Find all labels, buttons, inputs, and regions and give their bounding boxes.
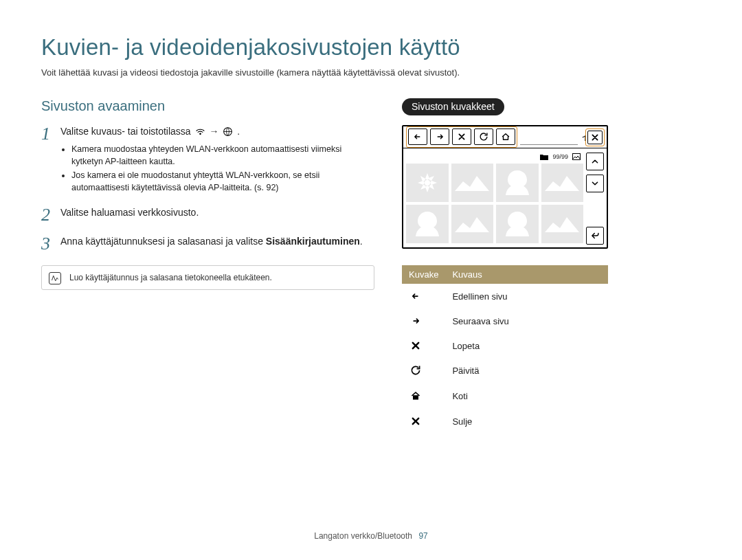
footer-section: Langaton verkko/Bluetooth: [314, 531, 412, 541]
icon-table: Kuvake Kuvaus Edellinen sivu Seuraava si…: [402, 265, 608, 434]
table-row: Seuraava sivu: [402, 309, 608, 333]
row-label: Lopeta: [445, 333, 608, 358]
camera-screen-diagram: 99/99: [402, 125, 608, 249]
refresh-icon: [409, 363, 423, 377]
svg-point-6: [425, 180, 430, 186]
row-label: Päivitä: [445, 358, 608, 383]
note-box: Luo käyttäjätunnus ja salasana tietokone…: [41, 265, 374, 290]
arrow-text: →: [209, 126, 218, 137]
url-bar: [520, 130, 578, 145]
footer-page: 97: [418, 531, 427, 541]
step-1-text: Valitse kuvaus- tai toistotilassa: [60, 126, 194, 137]
intro-text: Voit lähettää kuvasi ja videosi tiedosto…: [41, 67, 701, 78]
right-column: Sivuston kuvakkeet: [402, 98, 701, 434]
page-counter: 99/99: [552, 153, 568, 160]
thumbnail-grid: [406, 162, 583, 245]
th-icon: Kuvake: [402, 265, 445, 284]
thumbnail: [496, 205, 539, 243]
folder-icon: [540, 153, 548, 161]
row-label: Sulje: [445, 409, 608, 434]
toolbar-group: [406, 126, 517, 148]
svg-rect-5: [573, 154, 581, 160]
subhead-open-site: Sivuston avaaminen: [41, 98, 374, 114]
arrow-left-icon: [409, 289, 423, 303]
thumbnail: [451, 205, 494, 243]
table-row: Sulje: [402, 409, 608, 434]
row-label: Seuraava sivu: [445, 309, 608, 333]
period: .: [237, 126, 240, 137]
table-row: Lopeta: [402, 333, 608, 358]
step-1: 1 Valitse kuvaus- tai toistotilassa →: [41, 125, 374, 195]
x-icon: [409, 339, 423, 352]
period: .: [360, 236, 363, 247]
thumbnail: [496, 164, 539, 202]
step-3-bold: Sisäänkirjautuminen: [266, 236, 360, 247]
stop-button[interactable]: [452, 128, 471, 145]
close-button[interactable]: [585, 128, 605, 146]
wifi-icon: [195, 126, 205, 137]
step-2-text: Valitse haluamasi verkkosivusto.: [60, 206, 374, 220]
globe-icon: [223, 126, 233, 137]
step-number: 3: [41, 235, 60, 253]
back-button[interactable]: [586, 227, 604, 245]
next-page-button[interactable]: [430, 128, 449, 145]
page-title: Kuvien- ja videoidenjakosivustojen käytt…: [41, 34, 701, 60]
bullet: Jos kamera ei ole muodostanut yhteyttä W…: [71, 169, 374, 194]
step-2: 2 Valitse haluamasi verkkosivusto.: [41, 206, 374, 224]
thumbnail: [541, 164, 584, 202]
svg-point-0: [199, 133, 201, 135]
bullet: Kamera muodostaa yhteyden WLAN-verkkoon …: [71, 143, 374, 168]
x-icon: [409, 414, 423, 428]
step-number: 1: [41, 125, 60, 143]
note-icon: [49, 272, 61, 284]
step-3-text: Anna käyttäjätunnuksesi ja salasanasi ja…: [60, 236, 266, 247]
thumbnail: [451, 164, 494, 202]
footer: Langaton verkko/Bluetooth 97: [0, 531, 742, 541]
step-number: 2: [41, 206, 60, 224]
scroll-up-button[interactable]: [586, 153, 604, 170]
row-label: Edellinen sivu: [445, 284, 608, 309]
table-row: Edellinen sivu: [402, 284, 608, 309]
arrow-right-icon: [409, 314, 423, 328]
row-label: Koti: [445, 383, 608, 409]
scroll-down-button[interactable]: [586, 175, 604, 192]
left-column: Sivuston avaaminen 1 Valitse kuvaus- tai…: [41, 98, 374, 290]
table-row: Koti: [402, 383, 608, 409]
refresh-button[interactable]: [474, 128, 493, 145]
thumbnail: [541, 205, 584, 243]
subhead-site-icons: Sivuston kuvakkeet: [402, 98, 504, 115]
prev-page-button[interactable]: [408, 128, 427, 145]
th-desc: Kuvaus: [445, 265, 608, 284]
step-3: 3 Anna käyttäjätunnuksesi ja salasanasi …: [41, 235, 374, 253]
step-1-bullets: Kamera muodostaa yhteyden WLAN-verkkoon …: [60, 143, 374, 194]
note-text: Luo käyttäjätunnus ja salasana tietokone…: [69, 273, 272, 282]
image-icon: [572, 153, 581, 161]
home-icon: [409, 389, 423, 403]
home-button[interactable]: [496, 128, 515, 145]
thumbnail: [406, 205, 449, 243]
table-row: Päivitä: [402, 358, 608, 383]
thumbnail: [406, 164, 449, 202]
